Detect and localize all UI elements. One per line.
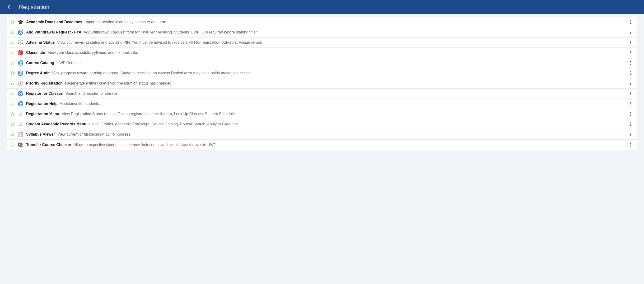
item-title: Academic Dates and Deadlines: [26, 20, 82, 24]
favorite-toggle[interactable]: [9, 19, 16, 26]
item-title: Advising Status: [26, 40, 55, 44]
svg-point-2: [630, 23, 631, 24]
more-options-button[interactable]: [627, 90, 634, 97]
svg-point-35: [630, 135, 631, 136]
dots-vertical-icon: [628, 132, 633, 137]
item-title: Course Catalog: [26, 61, 54, 65]
item-description: Allows prospective students to see how t…: [74, 143, 217, 147]
app-icon: 📚: [18, 142, 23, 148]
star-outline-icon: [10, 30, 15, 35]
star-outline-icon: [10, 91, 15, 96]
item-text: Priority Registration Regenerate a time …: [26, 81, 627, 86]
favorite-toggle[interactable]: [9, 141, 16, 148]
favorite-toggle[interactable]: [9, 100, 16, 107]
list-item[interactable]: 🌀 Register for Classes Search and regist…: [7, 89, 637, 99]
item-text: Student Academic Records Menu Holds, Gra…: [26, 122, 627, 126]
app-icon: 🌀: [18, 30, 23, 35]
svg-point-7: [630, 42, 631, 43]
item-text: Add/Withdrawal Request - FYA Add/Withdra…: [26, 30, 627, 35]
more-options-button[interactable]: [627, 19, 634, 26]
list-item[interactable]: 🌀 Degree Audit View progress toward earn…: [7, 68, 637, 78]
more-options-button[interactable]: [627, 110, 634, 118]
favorite-toggle[interactable]: [9, 121, 16, 128]
more-options-button[interactable]: [627, 49, 634, 56]
favorite-toggle[interactable]: [9, 70, 16, 77]
dots-vertical-icon: [628, 81, 633, 86]
star-outline-icon: [10, 50, 15, 55]
more-options-button[interactable]: [627, 131, 634, 138]
list-item[interactable]: 📋 Syllabus Viewer View current or histor…: [7, 129, 637, 140]
svg-point-4: [630, 32, 631, 33]
dots-vertical-icon: [628, 20, 633, 25]
list-item[interactable]: 🕐 Priority Registration Regenerate a tim…: [7, 78, 637, 89]
svg-point-1: [630, 22, 631, 23]
favorite-toggle[interactable]: [9, 90, 16, 97]
list-item[interactable]: 🌀 Registration Help Assistance for stude…: [7, 99, 637, 109]
item-description: View progress toward earning a degree. S…: [52, 71, 252, 75]
dots-vertical-icon: [628, 101, 633, 106]
star-outline-icon: [10, 122, 15, 127]
more-options-button[interactable]: [627, 29, 634, 36]
svg-point-13: [630, 63, 631, 63]
app-icon: 🎒: [18, 50, 23, 56]
favorite-toggle[interactable]: [9, 39, 16, 46]
app-icon: 💬: [18, 40, 23, 45]
app-icon: ☁️: [18, 111, 23, 117]
item-description: Holds, Grades, Academic Transcript, Cour…: [89, 122, 239, 126]
more-options-button[interactable]: [627, 141, 634, 148]
item-title: Transfer Course Checker: [26, 143, 71, 147]
more-options-button[interactable]: [627, 70, 634, 77]
more-options-button[interactable]: [627, 59, 634, 67]
app-list: 🎓 Academic Dates and Deadlines Important…: [7, 17, 637, 150]
favorite-toggle[interactable]: [9, 29, 16, 36]
list-item[interactable]: 🎒 Classmate View your class schedule, sy…: [7, 48, 637, 58]
list-item[interactable]: 💬 Advising Status View your advising sta…: [7, 38, 637, 48]
star-outline-icon: [10, 142, 15, 147]
star-outline-icon: [10, 111, 15, 117]
favorite-toggle[interactable]: [9, 80, 16, 87]
item-title: Student Academic Records Menu: [26, 122, 86, 126]
app-icon: 📋: [18, 132, 23, 137]
star-outline-icon: [10, 71, 15, 76]
list-item[interactable]: 🌀 Course Catalog UWF Courses.: [7, 58, 637, 68]
svg-point-12: [630, 61, 631, 62]
svg-point-19: [630, 83, 631, 84]
dots-vertical-icon: [628, 50, 633, 55]
list-item[interactable]: 🌀 Add/Withdrawal Request - FYA Add/Withd…: [7, 27, 637, 38]
dots-vertical-icon: [628, 122, 633, 127]
app-icon: ☁️: [18, 121, 23, 127]
more-options-button[interactable]: [627, 39, 634, 46]
svg-point-25: [630, 104, 631, 104]
svg-point-16: [630, 73, 631, 74]
list-item[interactable]: ☁️ Registration Menu View Registration S…: [7, 109, 637, 119]
svg-point-33: [630, 133, 631, 133]
svg-point-29: [630, 115, 631, 116]
more-options-button[interactable]: [627, 121, 634, 128]
svg-point-30: [630, 123, 631, 123]
favorite-toggle[interactable]: [9, 131, 16, 138]
more-options-button[interactable]: [627, 80, 634, 87]
item-text: Register for Classes Search and register…: [26, 91, 627, 96]
item-text: Advising Status View your advising statu…: [26, 40, 627, 45]
header: Registration: [0, 0, 644, 14]
dots-vertical-icon: [628, 61, 633, 65]
favorite-toggle[interactable]: [9, 59, 16, 67]
more-options-button[interactable]: [627, 100, 634, 107]
list-item[interactable]: ☁️ Student Academic Records Menu Holds, …: [7, 119, 637, 129]
item-text: Transfer Course Checker Allows prospecti…: [26, 143, 627, 147]
list-item[interactable]: 🎓 Academic Dates and Deadlines Important…: [7, 17, 637, 27]
item-description: View your advising status and advising P…: [57, 40, 262, 44]
list-item[interactable]: 📚 Transfer Course Checker Allows prospec…: [7, 140, 637, 150]
back-button[interactable]: [5, 2, 14, 12]
star-outline-icon: [10, 81, 15, 86]
favorite-toggle[interactable]: [9, 110, 16, 118]
svg-point-18: [630, 82, 631, 82]
item-title: Priority Registration: [26, 81, 63, 85]
item-title: Syllabus Viewer: [26, 132, 55, 136]
svg-point-0: [630, 21, 631, 21]
app-icon: 🌀: [18, 91, 23, 96]
favorite-toggle[interactable]: [9, 49, 16, 56]
svg-point-28: [630, 114, 631, 114]
svg-point-10: [630, 53, 631, 53]
svg-point-6: [630, 41, 631, 42]
